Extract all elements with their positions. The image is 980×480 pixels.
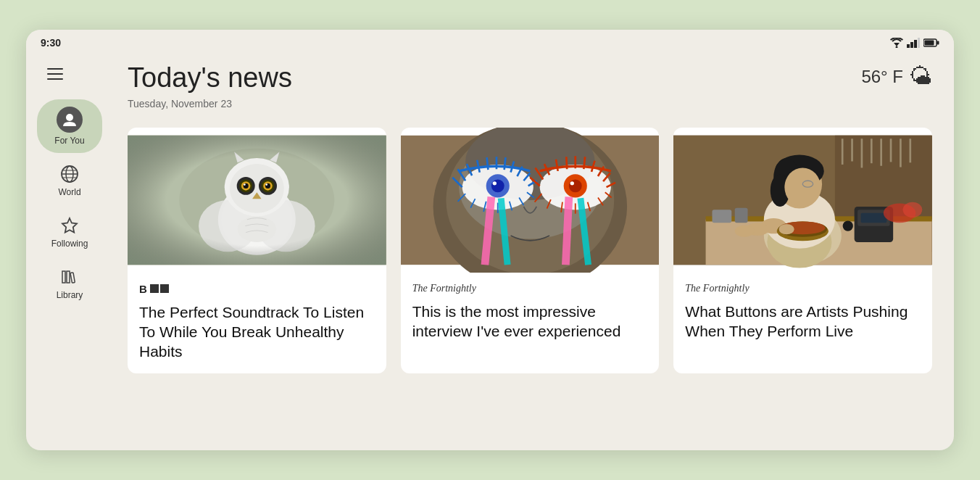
sidebar-item-library-label: Library xyxy=(57,290,83,300)
svg-rect-105 xyxy=(881,138,883,165)
svg-rect-101 xyxy=(842,138,844,165)
card-2-title: This is the most impressive interview I'… xyxy=(412,302,648,342)
svg-point-129 xyxy=(843,220,853,231)
sidebar-item-world-label: World xyxy=(58,187,80,197)
svg-rect-107 xyxy=(900,138,902,167)
main-content: Today's news Tuesday, November 23 56° F … xyxy=(113,52,954,388)
card-2-body: The Fortnightly This is the most impress… xyxy=(401,273,660,373)
card-3-body: The Fortnightly What Buttons are Artists… xyxy=(673,273,932,373)
svg-line-54 xyxy=(486,157,488,170)
svg-point-9 xyxy=(66,114,73,121)
card-3-source: The Fortnightly xyxy=(685,283,921,294)
svg-marker-15 xyxy=(62,218,77,233)
wifi-icon xyxy=(890,38,903,48)
svg-rect-8 xyxy=(925,41,934,46)
svg-point-122 xyxy=(735,225,755,237)
device-frame: 9:30 xyxy=(26,30,954,450)
card-1-body: B The Perfect Soundtrack To Listen To Wh… xyxy=(128,273,386,373)
hamburger-line-3 xyxy=(47,78,63,80)
app-layout: For You World xyxy=(26,52,954,388)
sidebar-item-following[interactable]: Following xyxy=(37,208,102,256)
hamburger-line-2 xyxy=(47,73,63,75)
svg-rect-104 xyxy=(871,138,873,163)
temperature-display: 56° F xyxy=(861,67,903,87)
svg-line-95 xyxy=(565,196,568,265)
weather-widget: 56° F 🌤 xyxy=(861,63,932,90)
card-1-source: B xyxy=(139,283,375,295)
page-date: Tuesday, November 23 xyxy=(128,98,292,109)
svg-point-132 xyxy=(903,202,923,217)
page-title-block: Today's news Tuesday, November 23 xyxy=(128,63,292,109)
svg-point-118 xyxy=(785,167,821,206)
svg-rect-134 xyxy=(735,207,748,223)
card-image-owl xyxy=(128,128,386,273)
page-header: Today's news Tuesday, November 23 56° F … xyxy=(128,63,932,109)
svg-rect-108 xyxy=(910,138,912,162)
hamburger-line-1 xyxy=(47,68,63,70)
svg-rect-16 xyxy=(62,271,65,283)
page-title: Today's news xyxy=(128,63,292,94)
sidebar-item-following-label: Following xyxy=(51,239,88,249)
svg-point-92 xyxy=(570,181,573,185)
svg-point-1 xyxy=(896,46,898,49)
sidebar-item-for-you[interactable]: For You xyxy=(37,99,102,153)
svg-marker-0 xyxy=(894,43,900,46)
sidebar: For You World xyxy=(26,52,113,388)
svg-rect-106 xyxy=(890,138,892,162)
status-icons xyxy=(890,38,939,48)
svg-point-69 xyxy=(491,179,504,192)
svg-rect-3 xyxy=(910,42,913,48)
svg-rect-17 xyxy=(67,271,70,283)
signal-icon xyxy=(907,38,920,48)
card-3-title: What Buttons are Artists Pushing When Th… xyxy=(685,302,921,342)
sidebar-item-for-you-label: For You xyxy=(54,136,84,146)
star-icon xyxy=(59,215,80,236)
svg-rect-102 xyxy=(852,138,854,161)
svg-line-56 xyxy=(504,157,505,170)
hamburger-button[interactable] xyxy=(41,59,70,88)
sidebar-item-world[interactable]: World xyxy=(37,157,102,204)
card-image-kitchen xyxy=(673,128,932,273)
news-card-3[interactable]: The Fortnightly What Buttons are Artists… xyxy=(673,128,932,373)
svg-rect-103 xyxy=(861,138,863,167)
news-grid: B The Perfect Soundtrack To Listen To Wh… xyxy=(128,128,932,373)
svg-rect-2 xyxy=(907,44,910,48)
card-2-source: The Fortnightly xyxy=(412,283,648,294)
globe-icon xyxy=(59,164,80,184)
svg-rect-18 xyxy=(70,273,75,283)
news-card-1[interactable]: B The Perfect Soundtrack To Listen To Wh… xyxy=(128,128,386,373)
sidebar-item-library[interactable]: Library xyxy=(37,260,102,307)
card-1-title: The Perfect Soundtrack To Listen To Whil… xyxy=(139,302,375,362)
svg-rect-4 xyxy=(914,40,917,48)
news-card-2[interactable]: The Fortnightly This is the most impress… xyxy=(401,128,660,373)
card-image-eye xyxy=(401,128,660,273)
svg-point-91 xyxy=(568,179,581,192)
avatar xyxy=(57,107,83,133)
library-icon xyxy=(59,267,80,287)
status-bar: 9:30 xyxy=(26,30,954,52)
svg-rect-128 xyxy=(861,213,887,223)
svg-point-130 xyxy=(779,224,794,234)
svg-rect-7 xyxy=(937,41,939,45)
svg-rect-133 xyxy=(713,210,732,223)
weather-icon: 🌤 xyxy=(909,63,932,90)
svg-rect-5 xyxy=(918,38,920,48)
svg-rect-43 xyxy=(128,136,386,265)
svg-point-70 xyxy=(492,181,496,185)
status-time: 9:30 xyxy=(41,37,61,49)
battery-icon xyxy=(923,38,939,47)
